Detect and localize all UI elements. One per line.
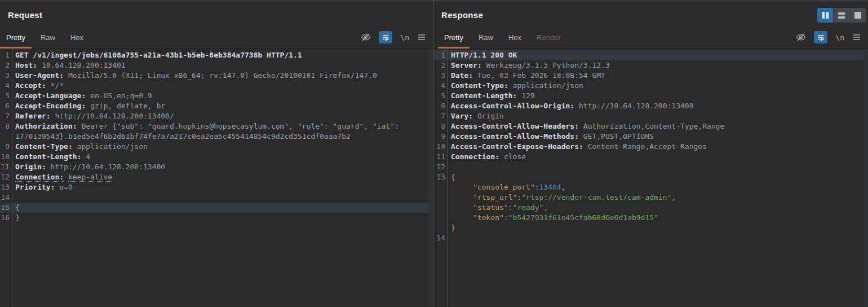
line-content[interactable]: Host: 10.64.128.200:13401 bbox=[12, 60, 126, 71]
line-content[interactable]: 1770139543}.b1ed5e4f6b2d61bf74fe7a7a217c… bbox=[12, 131, 351, 142]
line-content[interactable]: Content-Type: application/json bbox=[12, 142, 148, 152]
code-line[interactable]: 11Origin: http://10.64.128.200:13400 bbox=[0, 162, 433, 172]
code-line[interactable]: 4Accept: */* bbox=[0, 81, 433, 91]
line-number: 1 bbox=[0, 50, 12, 60]
code-line[interactable]: 3Date: Tue, 03 Feb 2026 18:08:54 GMT bbox=[433, 71, 868, 81]
code-line[interactable]: 12Connection: keep-alive bbox=[0, 172, 433, 182]
code-line[interactable]: 12 bbox=[433, 162, 868, 172]
line-content[interactable]: Access-Control-Expose-Headers: Content-R… bbox=[448, 142, 707, 152]
code-line[interactable]: } bbox=[433, 223, 868, 233]
tab-hex[interactable]: Hex bbox=[64, 28, 90, 49]
line-number: 1 bbox=[433, 50, 448, 60]
visibility-off-icon[interactable] bbox=[361, 32, 371, 42]
request-scrollbar[interactable] bbox=[428, 49, 433, 307]
code-line[interactable]: 14 bbox=[0, 192, 433, 203]
line-content[interactable]: Connection: keep-alive bbox=[12, 172, 112, 182]
code-line[interactable]: 8Authorization: Bearer {"sub": "guard.ho… bbox=[0, 121, 433, 131]
code-line[interactable]: "status":"ready", bbox=[433, 203, 868, 213]
request-tabs: PrettyRawHex bbox=[0, 28, 92, 49]
visibility-off-icon[interactable] bbox=[796, 32, 806, 42]
word-wrap-icon[interactable] bbox=[379, 31, 392, 43]
menu-icon[interactable] bbox=[852, 33, 861, 41]
line-content[interactable]: Access-Control-Allow-Headers: Authorizat… bbox=[448, 121, 724, 131]
code-line[interactable]: 13Priority: u=0 bbox=[0, 182, 433, 192]
tab-pretty[interactable]: Pretty bbox=[438, 28, 470, 49]
code-line[interactable]: 10Access-Control-Expose-Headers: Content… bbox=[433, 142, 868, 152]
tab-raw[interactable]: Raw bbox=[34, 28, 61, 49]
line-content[interactable]: } bbox=[448, 223, 455, 233]
code-line[interactable]: "console_port":13404, bbox=[433, 182, 868, 192]
code-line[interactable]: 15{ bbox=[0, 203, 433, 213]
code-line[interactable]: 14 bbox=[433, 233, 868, 243]
line-number: 9 bbox=[433, 131, 448, 142]
code-line[interactable]: 7Vary: Origin bbox=[433, 111, 868, 121]
word-wrap-icon[interactable] bbox=[814, 31, 827, 43]
line-content[interactable]: Referer: http://10.64.128.200:13400/ bbox=[12, 111, 174, 121]
code-line[interactable]: 6Access-Control-Allow-Origin: http://10.… bbox=[433, 101, 868, 111]
line-number: 16 bbox=[0, 213, 12, 223]
code-line[interactable]: 1GET /v1/ingest/jobs/6108a755-a21a-43b1-… bbox=[0, 50, 433, 60]
line-content[interactable]: Accept-Encoding: gzip, deflate, br bbox=[12, 101, 165, 111]
line-content[interactable]: Date: Tue, 03 Feb 2026 18:08:54 GMT bbox=[448, 71, 605, 81]
line-content[interactable]: Connection: close bbox=[448, 152, 526, 162]
newline-icon[interactable]: \n bbox=[835, 33, 844, 42]
line-content[interactable]: Origin: http://10.64.128.200:13400 bbox=[12, 162, 165, 172]
line-content[interactable]: Server: Werkzeug/3.1.3 Python/3.12.3 bbox=[448, 60, 610, 71]
line-content[interactable]: Accept-Language: en-US,en;q=0.9 bbox=[12, 91, 152, 101]
code-line[interactable]: 2Host: 10.64.128.200:13401 bbox=[0, 60, 433, 71]
code-line[interactable]: 4Content-Type: application/json bbox=[433, 81, 868, 91]
code-line[interactable]: 5Accept-Language: en-US,en;q=0.9 bbox=[0, 91, 433, 101]
code-line[interactable]: 13{ bbox=[433, 172, 868, 182]
code-line[interactable]: 5Content-Length: 129 bbox=[433, 91, 868, 101]
request-tab-tools: \n bbox=[361, 28, 433, 49]
line-content[interactable]: Priority: u=0 bbox=[12, 182, 73, 192]
line-content[interactable]: Content-Length: 129 bbox=[448, 91, 535, 101]
code-line[interactable]: 3User-Agent: Mozilla/5.0 (X11; Linux x86… bbox=[0, 71, 433, 81]
code-line[interactable]: "rtsp_url":"rtsp://vendor-cam.test/cam-a… bbox=[433, 192, 868, 203]
code-line[interactable]: 6Accept-Encoding: gzip, deflate, br bbox=[0, 101, 433, 111]
response-scrollbar[interactable] bbox=[863, 49, 868, 307]
response-header: Response bbox=[433, 1, 868, 28]
line-content[interactable]: HTTP/1.1 200 OK bbox=[448, 50, 517, 60]
code-line[interactable]: 9Content-Type: application/json bbox=[0, 142, 433, 152]
line-content[interactable]: "rtsp_url":"rtsp://vendor-cam.test/cam-a… bbox=[448, 192, 676, 203]
line-content[interactable]: User-Agent: Mozilla/5.0 (X11; Linux x86_… bbox=[12, 71, 377, 81]
line-content[interactable]: Accept: */* bbox=[12, 81, 64, 91]
line-content[interactable]: "status":"ready", bbox=[448, 203, 548, 213]
line-content[interactable]: Vary: Origin bbox=[448, 111, 504, 121]
code-line[interactable]: 8Access-Control-Allow-Headers: Authoriza… bbox=[433, 121, 868, 131]
tab-raw[interactable]: Raw bbox=[472, 28, 499, 49]
code-line[interactable]: "token":"b5427931f61e45cfab68d6e6d1ab9d1… bbox=[433, 213, 868, 223]
line-content[interactable]: { bbox=[448, 172, 455, 182]
code-line[interactable]: 1HTTP/1.1 200 OK bbox=[433, 50, 868, 60]
line-number: 5 bbox=[0, 91, 12, 101]
code-line[interactable]: 11Connection: close bbox=[433, 152, 868, 162]
line-content[interactable]: Access-Control-Allow-Methods: GET,POST,O… bbox=[448, 131, 654, 142]
line-content[interactable]: Content-Type: application/json bbox=[448, 81, 583, 91]
line-content[interactable]: Access-Control-Allow-Origin: http://10.6… bbox=[448, 101, 693, 111]
line-number: 13 bbox=[0, 182, 12, 192]
code-line[interactable]: 1770139543}.b1ed5e4f6b2d61bf74fe7a7a217c… bbox=[0, 131, 433, 142]
columns-layout-icon[interactable] bbox=[817, 8, 834, 23]
rows-layout-icon[interactable] bbox=[834, 8, 850, 23]
tab-pretty[interactable]: Pretty bbox=[0, 28, 32, 49]
request-editor[interactable]: 1GET /v1/ingest/jobs/6108a755-a21a-43b1-… bbox=[0, 49, 433, 307]
line-content[interactable]: GET /v1/ingest/jobs/6108a755-a21a-43b1-b… bbox=[12, 50, 302, 60]
response-editor[interactable]: 1HTTP/1.1 200 OK2Server: Werkzeug/3.1.3 … bbox=[433, 49, 868, 307]
code-line[interactable]: 2Server: Werkzeug/3.1.3 Python/3.12.3 bbox=[433, 60, 868, 71]
menu-icon[interactable] bbox=[417, 33, 426, 41]
line-content[interactable]: "token":"b5427931f61e45cfab68d6e6d1ab9d1… bbox=[448, 213, 658, 223]
single-layout-icon[interactable] bbox=[850, 8, 866, 23]
line-content[interactable]: "console_port":13404, bbox=[448, 182, 566, 192]
code-line[interactable]: 9Access-Control-Allow-Methods: GET,POST,… bbox=[433, 131, 868, 142]
line-content[interactable]: { bbox=[12, 203, 20, 213]
tab-hex[interactable]: Hex bbox=[502, 28, 528, 49]
newline-icon[interactable]: \n bbox=[400, 33, 409, 42]
code-line[interactable]: 16} bbox=[0, 213, 433, 223]
code-line[interactable]: 10Content-Length: 4 bbox=[0, 152, 433, 162]
line-content[interactable]: Authorization: Bearer {"sub": "guard.hop… bbox=[12, 121, 399, 131]
line-content[interactable]: Content-Length: 4 bbox=[12, 152, 90, 162]
line-content[interactable]: } bbox=[12, 213, 20, 223]
code-line[interactable]: 7Referer: http://10.64.128.200:13400/ bbox=[0, 111, 433, 121]
line-number: 7 bbox=[433, 111, 448, 121]
